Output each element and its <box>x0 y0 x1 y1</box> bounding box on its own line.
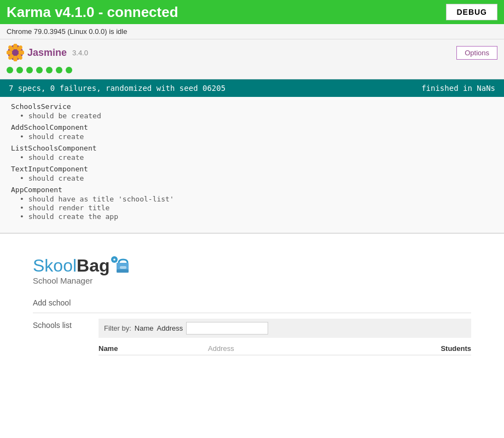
debug-button[interactable]: DEBUG <box>446 4 497 20</box>
suite-name-0: SchoolsService <box>11 102 493 111</box>
spec-item-1-0: should create <box>20 132 493 141</box>
test-results: SchoolsServiceshould be createdAddSchool… <box>0 97 504 234</box>
filter-input[interactable] <box>186 322 268 335</box>
svg-rect-15 <box>117 269 129 273</box>
jasmine-name: Jasmine <box>27 47 67 59</box>
test-suite-0: SchoolsServiceshould be created <box>11 102 493 120</box>
spec-item-0-0: should be created <box>20 112 493 120</box>
schools-list-section: Schools list Filter by: Name Address Nam… <box>33 319 471 355</box>
test-summary-text: 7 specs, 0 failures, randomized with see… <box>9 84 225 93</box>
add-school-label: Add school <box>33 298 71 307</box>
suite-name-1: AddSchoolComponent <box>11 123 493 131</box>
spec-item-4-1: should render title <box>20 204 493 212</box>
app-section: Skool Bag Scho <box>0 234 504 377</box>
filter-bar: Filter by: Name Address <box>99 319 471 338</box>
jasmine-flower-icon <box>7 44 24 61</box>
suite-name-2: ListSchoolsComponent <box>11 144 493 152</box>
col-address-header: Address <box>208 344 405 353</box>
test-suite-3: TextInputComponentshould create <box>11 165 493 182</box>
spec-item-2-0: should create <box>20 153 493 162</box>
filter-label: Filter by: <box>104 324 131 332</box>
suite-name-4: AppComponent <box>11 186 493 194</box>
dot-6 <box>56 67 62 73</box>
karma-title: Karma v4.1.0 - connected <box>7 4 178 21</box>
spec-item-4-2: should create the app <box>20 212 493 221</box>
status-bar: Chrome 79.0.3945 (Linux 0.0.0) is idle <box>0 24 504 39</box>
logo-bag-icon <box>111 256 131 276</box>
dot-3 <box>26 67 33 73</box>
test-suite-1: AddSchoolComponentshould create <box>11 123 493 141</box>
app-subtitle: School Manager <box>33 276 471 285</box>
karma-bar: Karma v4.1.0 - connected DEBUG <box>0 0 504 24</box>
logo-bag: Bag <box>77 256 109 276</box>
spec-item-4-0: should have as title 'school-list' <box>20 195 493 203</box>
dot-4 <box>36 67 43 73</box>
dot-2 <box>16 67 23 73</box>
jasmine-logo: Jasmine <box>7 44 67 61</box>
col-students-header: Students <box>405 344 471 353</box>
test-suite-2: ListSchoolsComponentshould create <box>11 144 493 162</box>
test-suite-4: AppComponentshould have as title 'school… <box>11 186 493 221</box>
app-logo-area: Skool Bag Scho <box>33 256 471 285</box>
dot-1 <box>7 67 13 73</box>
filter-address-option[interactable]: Address <box>157 324 183 332</box>
options-button[interactable]: Options <box>456 46 497 60</box>
jasmine-dots <box>0 64 504 79</box>
suite-name-3: TextInputComponent <box>11 165 493 173</box>
dot-5 <box>46 67 53 73</box>
jasmine-panel: Jasmine 3.4.0 Options <box>0 39 504 79</box>
schools-list-label: Schools list <box>33 319 88 330</box>
svg-point-9 <box>12 49 19 56</box>
logo-skool: Skool <box>33 256 77 276</box>
dot-7 <box>66 67 72 73</box>
status-text: Chrome 79.0.3945 (Linux 0.0.0) is idle <box>7 27 127 36</box>
test-summary-bar: 7 specs, 0 failures, randomized with see… <box>0 79 504 97</box>
bag-svg-icon <box>111 256 131 276</box>
svg-rect-14 <box>120 266 126 269</box>
spec-item-3-0: should create <box>20 174 493 182</box>
table-header: Name Address Students <box>99 342 471 355</box>
test-time-text: finished in NaNs <box>421 84 495 93</box>
schools-list-content: Filter by: Name Address Name Address Stu… <box>99 319 471 355</box>
jasmine-version: 3.4.0 <box>72 49 88 57</box>
add-school-section: Add school <box>33 298 471 313</box>
col-name-header: Name <box>99 344 208 353</box>
filter-name-option[interactable]: Name <box>135 324 154 332</box>
jasmine-logo-area: Jasmine 3.4.0 <box>7 44 88 61</box>
app-logo: Skool Bag <box>33 256 471 276</box>
jasmine-header: Jasmine 3.4.0 Options <box>0 39 504 64</box>
